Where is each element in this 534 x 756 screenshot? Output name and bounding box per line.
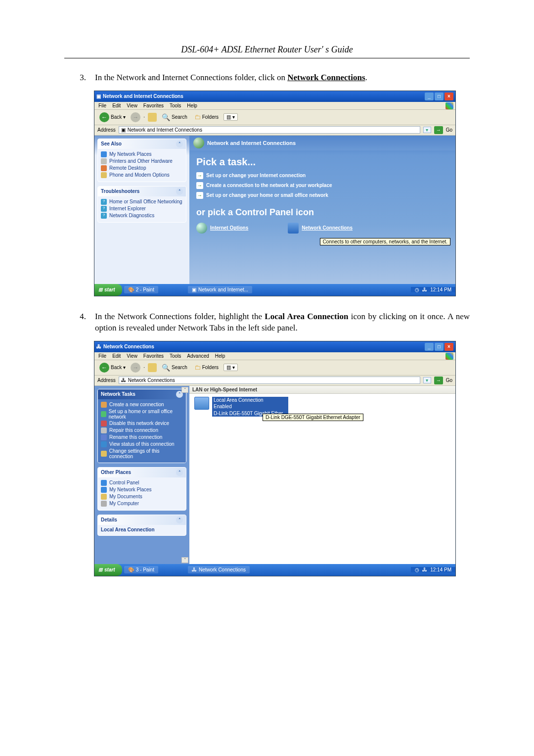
menu-view[interactable]: View: [127, 353, 137, 359]
menu-favorites[interactable]: Favorites: [143, 353, 164, 359]
label: Phone and Modem Options: [109, 172, 170, 178]
arrow-icon: →: [196, 192, 203, 199]
side-panel: See Also ˄ My Network Places Printers an…: [94, 136, 189, 284]
link-my-documents[interactable]: My Documents: [101, 493, 183, 500]
cp-network-connections[interactable]: Network Connections: [288, 223, 353, 234]
menu-tools[interactable]: Tools: [170, 353, 181, 359]
start-button[interactable]: ⊞start: [94, 564, 122, 576]
menu-help[interactable]: Help: [215, 353, 225, 359]
menu-favorites[interactable]: Favorites: [143, 103, 164, 108]
start-button[interactable]: ⊞start: [94, 284, 122, 296]
link-repair[interactable]: Repair this connection: [101, 427, 183, 434]
details-title: Details: [101, 517, 117, 522]
menu-file[interactable]: File: [98, 353, 106, 359]
close-button[interactable]: ×: [445, 343, 453, 351]
back-button[interactable]: ←Back ▾: [97, 362, 128, 374]
see-also-header[interactable]: See Also ˄: [98, 139, 186, 149]
network-tasks-header[interactable]: Network Tasks ˄: [98, 389, 186, 399]
forward-button[interactable]: →: [131, 363, 140, 373]
other-places-title: Other Places: [101, 470, 131, 475]
label: My Documents: [109, 494, 142, 499]
collapse-icon[interactable]: ˄: [176, 141, 183, 147]
views-button[interactable]: ▥ ▾: [223, 364, 238, 371]
collapse-icon[interactable]: ˄: [176, 469, 183, 476]
minimize-button[interactable]: _: [425, 93, 434, 100]
link-change-settings[interactable]: Change settings of this connection: [101, 448, 183, 460]
taskbar-task-window[interactable]: ▣Network and Internet...: [188, 286, 252, 293]
link-internet-explorer[interactable]: ?Internet Explorer: [101, 205, 183, 212]
link-control-panel[interactable]: Control Panel: [101, 479, 183, 486]
system-tray[interactable]: ◷🖧12:14 PM: [411, 567, 455, 572]
back-label: Back: [111, 114, 122, 120]
search-button[interactable]: 🔍Search: [160, 112, 189, 122]
tray-icon: 🖧: [422, 567, 427, 572]
maximize-button[interactable]: □: [435, 93, 444, 100]
back-button[interactable]: ←Back ▾: [97, 111, 128, 123]
address-label: Address: [97, 127, 116, 133]
toolbar: ←Back ▾ → · 🔍Search 🗀Folders ▥ ▾: [94, 360, 455, 376]
network-places-icon: [101, 151, 107, 157]
up-button[interactable]: [148, 113, 157, 122]
task-setup-internet[interactable]: →Set up or change your Internet connecti…: [189, 171, 455, 181]
link-view-status[interactable]: View status of this connection: [101, 441, 183, 448]
address-input[interactable]: 🖧 Network Connections: [119, 377, 420, 384]
taskbar-task-paint[interactable]: 🎨3 - Paint: [124, 566, 158, 573]
search-button[interactable]: 🔍Search: [160, 363, 189, 373]
link-my-network-places[interactable]: My Network Places: [101, 486, 183, 493]
window-titlebar[interactable]: ▣ Network and Internet Connections _ □ ×: [94, 91, 455, 102]
help-icon: ?: [101, 206, 107, 212]
forward-button[interactable]: →: [131, 112, 140, 122]
link-home-office-networking[interactable]: ?Home or Small Office Networking: [101, 198, 183, 205]
link-rename[interactable]: Rename this connection: [101, 434, 183, 441]
address-dropdown[interactable]: ▾: [423, 377, 431, 383]
folders-button[interactable]: 🗀Folders: [192, 363, 221, 372]
step4-t1: In the Network Connections folder, highl…: [95, 312, 265, 321]
maximize-button[interactable]: □: [435, 343, 444, 351]
folders-label: Folders: [202, 114, 219, 120]
folders-button[interactable]: 🗀Folders: [192, 112, 221, 122]
other-places-header[interactable]: Other Places ˄: [98, 468, 186, 477]
troubleshooters-header[interactable]: Troubleshooters ˄: [98, 187, 186, 196]
menu-file[interactable]: File: [98, 103, 106, 108]
taskbar-task-paint[interactable]: 🎨2 - Paint: [124, 286, 158, 293]
address-input[interactable]: ▣ Network and Internet Connections: [119, 126, 420, 134]
link-create-connection[interactable]: Create a new connection: [101, 401, 183, 408]
details-header[interactable]: Details ˄: [98, 515, 186, 525]
link-printers[interactable]: Printers and Other Hardware: [101, 158, 183, 165]
menu-help[interactable]: Help: [187, 103, 197, 108]
minimize-button[interactable]: _: [425, 343, 434, 351]
repair-icon: [101, 427, 107, 433]
close-button[interactable]: ×: [445, 93, 453, 100]
link-setup-home-office[interactable]: Set up a home or small office network: [101, 408, 183, 420]
link-network-diagnostics[interactable]: ?Network Diagnostics: [101, 212, 183, 219]
cp-internet-options[interactable]: Internet Options: [196, 223, 248, 234]
up-button[interactable]: [148, 363, 157, 372]
scroll-down[interactable]: ˅: [181, 557, 188, 563]
collapse-icon[interactable]: ˄: [176, 517, 183, 523]
task-home-office-network[interactable]: →Set up or change your home or small off…: [189, 190, 455, 200]
link-disable-device[interactable]: Disable this network device: [101, 420, 183, 427]
views-button[interactable]: ▥ ▾: [223, 113, 238, 121]
link-phone-modem[interactable]: Phone and Modem Options: [101, 172, 183, 179]
menu-edit[interactable]: Edit: [112, 353, 121, 359]
menu-edit[interactable]: Edit: [112, 103, 121, 108]
label: Home or Small Office Networking: [109, 199, 182, 204]
go-button[interactable]: →: [434, 377, 443, 384]
system-tray[interactable]: ◷🖧12:14 PM: [411, 287, 455, 292]
link-my-computer[interactable]: My Computer: [101, 500, 183, 507]
go-button[interactable]: →: [434, 126, 443, 134]
taskbar-task-window[interactable]: 🖧Network Connections: [188, 566, 250, 573]
window-icon: ▣: [96, 94, 101, 99]
link-my-network-places[interactable]: My Network Places: [101, 151, 183, 158]
collapse-icon[interactable]: ˄: [176, 188, 183, 195]
link-remote-desktop[interactable]: Remote Desktop: [101, 165, 183, 172]
menu-advanced[interactable]: Advanced: [187, 353, 209, 359]
menu-view[interactable]: View: [127, 103, 137, 108]
help-icon: ?: [101, 199, 107, 205]
address-dropdown[interactable]: ▾: [423, 127, 431, 133]
menu-tools[interactable]: Tools: [170, 103, 181, 108]
scroll-up[interactable]: ˄: [181, 387, 188, 393]
search-icon: 🔍: [162, 364, 170, 372]
window-titlebar[interactable]: 🖧 Network Connections _ □ ×: [94, 341, 455, 352]
task-workplace-connection[interactable]: →Create a connection to the network at y…: [189, 181, 455, 190]
